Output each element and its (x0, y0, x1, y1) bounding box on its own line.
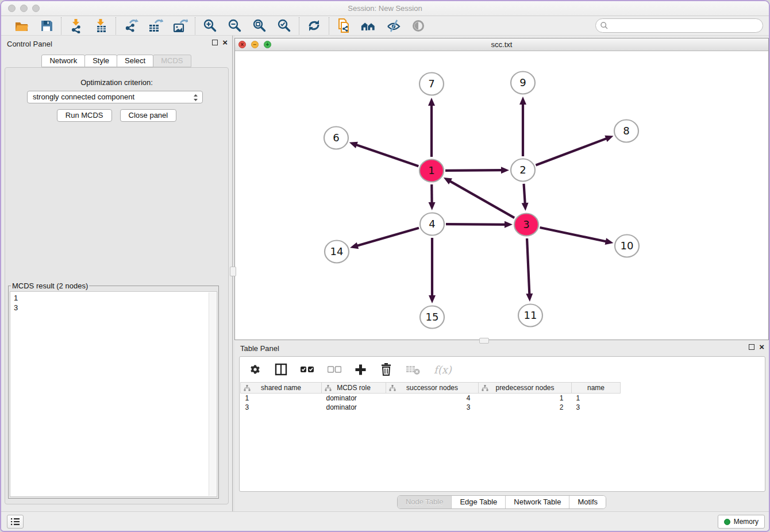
network-close-button[interactable]: × (238, 41, 246, 48)
network-minimize-button[interactable]: − (251, 41, 259, 48)
network-window-titlebar[interactable]: × − + scc.txt (235, 38, 768, 51)
result-line: 3 (10, 303, 217, 313)
minimize-window-button[interactable] (20, 5, 28, 12)
result-scrollbar[interactable] (209, 292, 216, 496)
refresh-button[interactable] (306, 18, 322, 33)
sitemap-icon (244, 385, 251, 391)
export-network-button[interactable] (123, 18, 138, 33)
float-table-panel-icon[interactable] (749, 344, 754, 350)
save-icon (40, 19, 53, 33)
cell[interactable]: 1 (572, 394, 621, 403)
cell[interactable]: 3 (241, 403, 322, 412)
status-bar: Memory (1, 511, 769, 531)
criterion-value: strongly connected component (33, 92, 134, 101)
tab-edge-table[interactable]: Edge Table (451, 496, 505, 508)
horizontal-split-handle[interactable] (479, 338, 489, 344)
eye-disabled-icon (411, 19, 425, 33)
zoom-out-button[interactable] (227, 18, 242, 33)
show-columns-button[interactable] (275, 363, 287, 376)
graph-node[interactable]: 14 (325, 241, 349, 263)
graph-node[interactable]: 10 (615, 235, 639, 257)
close-panel-button[interactable]: Close panel (120, 109, 177, 122)
column-header-name[interactable]: name (572, 383, 621, 394)
column-header-shared-name[interactable]: shared name (241, 383, 322, 394)
clone-network-button[interactable] (336, 18, 352, 33)
svg-text:10: 10 (621, 240, 634, 252)
graph-node[interactable]: 1 (419, 160, 444, 182)
tab-node-table[interactable]: Node Table (398, 496, 452, 508)
vertical-split-handle[interactable] (230, 267, 236, 276)
tab-select[interactable]: Select (117, 55, 153, 67)
cell[interactable]: 1 (241, 394, 322, 403)
import-table-button[interactable] (93, 18, 109, 33)
homes-icon (361, 19, 376, 33)
close-window-button[interactable] (8, 5, 16, 12)
table-row[interactable]: 3 dominator 3 2 3 (241, 403, 621, 412)
tab-mcds[interactable]: MCDS (153, 55, 191, 67)
export-image-button[interactable] (172, 18, 188, 33)
unselect-all-columns-button[interactable] (328, 366, 341, 373)
cell[interactable]: dominator (322, 394, 386, 403)
function-builder-button[interactable]: f(x) (434, 364, 452, 376)
select-all-columns-button[interactable] (301, 366, 314, 373)
column-header-mcds-role[interactable]: MCDS role (322, 383, 386, 394)
graph-node[interactable]: 15 (420, 306, 444, 329)
network-maximize-button[interactable]: + (264, 41, 271, 48)
graph-node[interactable]: 6 (324, 127, 348, 149)
show-details-button[interactable] (410, 18, 426, 33)
float-panel-icon[interactable] (212, 40, 218, 45)
column-header-successor-nodes[interactable]: successor nodes (386, 383, 479, 394)
window-titlebar[interactable]: Session: New Session (1, 1, 769, 16)
graph-node[interactable]: 9 (511, 72, 535, 94)
column-header-predecessor-nodes[interactable]: predecessor nodes (479, 383, 572, 394)
tab-style[interactable]: Style (84, 55, 117, 67)
memory-button[interactable]: Memory (718, 515, 765, 529)
graph-node[interactable]: 7 (419, 73, 444, 95)
graph-node[interactable]: 2 (511, 159, 535, 182)
graph-edge (446, 221, 513, 228)
cell[interactable]: 3 (572, 403, 621, 412)
import-group (61, 18, 116, 33)
zoom-in-button[interactable] (202, 18, 218, 33)
create-column-button[interactable] (355, 364, 367, 376)
cell[interactable]: 4 (386, 394, 479, 403)
zoom-fit-button[interactable] (252, 18, 267, 33)
tab-network[interactable]: Network (41, 55, 85, 67)
zoom-selected-button[interactable] (276, 18, 292, 33)
cell[interactable]: 1 (479, 394, 572, 403)
network-title: scc.txt (235, 38, 768, 51)
task-history-button[interactable] (7, 515, 24, 529)
graph-node[interactable]: 8 (614, 120, 638, 142)
graph-svg[interactable]: 7968124314101511 (235, 51, 768, 340)
export-network-icon (124, 18, 138, 33)
window-controls (8, 5, 40, 12)
open-file-button[interactable] (14, 18, 29, 33)
network-canvas[interactable]: 7968124314101511 (235, 51, 768, 340)
delete-table-button[interactable] (406, 363, 421, 376)
tab-network-table[interactable]: Network Table (505, 496, 569, 508)
hide-details-button[interactable] (386, 18, 401, 33)
mcds-result-view[interactable]: 1 3 (10, 291, 217, 497)
maximize-window-button[interactable] (32, 5, 40, 12)
close-table-panel-icon[interactable]: × (759, 344, 764, 350)
close-panel-icon[interactable]: × (222, 39, 228, 46)
run-mcds-button[interactable]: Run MCDS (57, 109, 112, 122)
export-table-button[interactable] (148, 18, 163, 33)
cell[interactable]: 2 (479, 403, 572, 412)
table-settings-button[interactable] (249, 363, 261, 376)
cell[interactable]: 3 (386, 403, 479, 412)
svg-text:3: 3 (523, 218, 529, 230)
table-row[interactable]: 1 dominator 4 1 1 (241, 394, 621, 403)
import-network-button[interactable] (68, 18, 84, 33)
graph-node[interactable]: 4 (420, 213, 444, 236)
criterion-select[interactable]: strongly connected component (27, 91, 203, 103)
graph-node[interactable]: 11 (518, 304, 542, 327)
graph-node[interactable]: 3 (514, 214, 538, 236)
cell[interactable]: dominator (322, 403, 386, 412)
first-neighbors-button[interactable] (361, 18, 376, 33)
save-session-button[interactable] (38, 18, 54, 33)
delete-column-button[interactable] (380, 363, 392, 376)
svg-text:7: 7 (428, 78, 434, 90)
search-input[interactable] (595, 18, 763, 33)
tab-motifs[interactable]: Motifs (569, 496, 606, 508)
